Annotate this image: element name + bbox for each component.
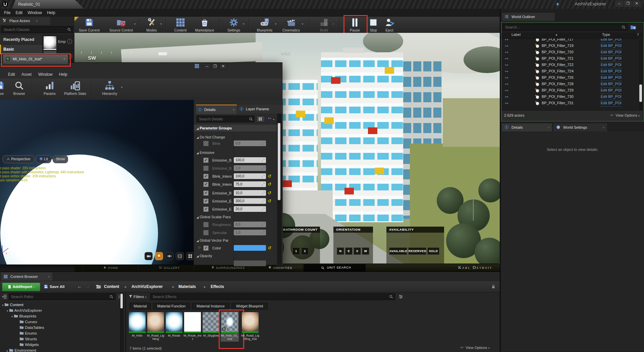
- tab-details[interactable]: Details ×: [196, 105, 237, 114]
- checkbox[interactable]: ✓: [203, 174, 209, 179]
- mat-toolbar-browse[interactable]: Browse: [9, 80, 29, 95]
- search-paths-input[interactable]: [9, 293, 115, 300]
- value-field[interactable]: 20,0: [234, 206, 266, 212]
- edit-blueprint-link[interactable]: Edit BP_POI: [601, 100, 622, 107]
- view-options-button[interactable]: View Options ▾: [460, 346, 490, 350]
- toolbar-save-current[interactable]: Save Current: [78, 18, 101, 33]
- outliner-search-input[interactable]: [503, 24, 628, 31]
- checkbox[interactable]: [203, 222, 209, 227]
- edit-blueprint-link[interactable]: Edit BP_POI: [601, 62, 622, 68]
- scrollbar-thumb[interactable]: [278, 123, 280, 200]
- filter-option-e[interactable]: E: [345, 247, 353, 255]
- toolbar-cinematics[interactable]: ▾ Cinematics: [279, 18, 303, 33]
- filter-option-n[interactable]: N: [337, 247, 344, 255]
- visibility-filter-button[interactable]: ▾: [267, 116, 277, 121]
- edit-blueprint-link[interactable]: Edit BP_POI: [601, 94, 622, 100]
- toolbar-pause[interactable]: Pause: [345, 18, 364, 33]
- tab-place-actors[interactable]: Place Actors ×: [0, 17, 50, 25]
- viewport-nav-grid-button[interactable]: [186, 252, 194, 260]
- category-basic[interactable]: Basic: [0, 45, 46, 54]
- window-close-button[interactable]: ✕: [219, 64, 227, 69]
- drag-handle-icon[interactable]: [262, 208, 265, 211]
- toolbar-marketplace[interactable]: Marketplace: [192, 18, 217, 33]
- tab-close-icon[interactable]: ×: [63, 55, 65, 63]
- reset-to-default-icon[interactable]: ↺: [268, 245, 271, 251]
- tree-item-environment[interactable]: ▸ Environment: [7, 348, 36, 352]
- edit-blueprint-link[interactable]: Edit BP_POI: [601, 49, 622, 56]
- filter-chip-material-instance[interactable]: Material Instance: [192, 303, 229, 309]
- param-group[interactable]: ◢ Global Vector Par: [197, 237, 275, 243]
- value-field[interactable]: 100,0: [234, 173, 266, 179]
- filter-chip-widget-blueprint[interactable]: Widget Blueprint: [231, 303, 268, 309]
- value-field[interactable]: 100,0: [234, 157, 266, 163]
- view-settings-icon[interactable]: [398, 294, 403, 299]
- save-all-button[interactable]: Save All: [44, 283, 64, 291]
- edit-blueprint-link[interactable]: Edit BP_POI: [601, 81, 622, 87]
- tree-item-datatables[interactable]: DataTables: [19, 325, 44, 331]
- breadcrumb-content[interactable]: Content: [104, 283, 119, 291]
- visibility-eye-icon[interactable]: [504, 69, 509, 73]
- checkbox[interactable]: [203, 141, 209, 146]
- drag-handle-icon[interactable]: [262, 183, 265, 186]
- asset-mi-holo-01-inst-selected[interactable]: ★ MI_Holo_01_Inst: [221, 311, 239, 342]
- asset-m-skyglow[interactable]: M_Skyglow: [202, 312, 220, 337]
- edit-blueprint-link[interactable]: Edit BP_POI: [601, 55, 622, 62]
- level-tab[interactable]: Realistic_01: [12, 0, 84, 9]
- outliner-row[interactable]: BP_POI_Filter_719Edit BP_POI: [501, 43, 640, 49]
- checkbox[interactable]: ✓: [203, 158, 209, 163]
- color-swatch[interactable]: [234, 245, 266, 251]
- lock-icon[interactable]: [491, 284, 496, 289]
- toolbar-modes[interactable]: ▾ Modes: [142, 18, 162, 33]
- drag-handle-icon[interactable]: [262, 223, 265, 226]
- tree-item-structs[interactable]: Structs: [19, 336, 37, 342]
- menu-edit[interactable]: Edit: [13, 9, 24, 17]
- menu-help[interactable]: Help: [45, 9, 57, 17]
- drag-handle-icon[interactable]: [262, 159, 265, 162]
- outliner-row[interactable]: BP_POI_Filter_726Edit BP_POI: [501, 74, 640, 81]
- value-field[interactable]: 300,0: [234, 198, 266, 204]
- outliner-row[interactable]: BP_POI_Filter_730Edit BP_POI: [501, 94, 640, 100]
- visibility-eye-icon[interactable]: [504, 44, 509, 48]
- filter-option-sold[interactable]: SOLD: [427, 247, 439, 255]
- visibility-eye-icon[interactable]: [504, 76, 509, 80]
- mat-toolbar-hierarchy[interactable]: ▾ Hierarchy: [98, 80, 121, 95]
- filter-option-w[interactable]: W: [362, 247, 369, 255]
- edit-blueprint-link[interactable]: Edit BP_POI: [601, 43, 622, 49]
- perspective-button[interactable]: Perspective: [2, 155, 35, 163]
- expander-icon[interactable]: ▷: [199, 246, 201, 249]
- toolbar-stop[interactable]: Stop: [366, 18, 381, 33]
- tab-close-icon[interactable]: ×: [233, 105, 235, 114]
- filter-chip-material[interactable]: Material: [129, 303, 151, 309]
- menu-help[interactable]: Help: [57, 70, 69, 78]
- value-field[interactable]: 1,0: [234, 230, 266, 235]
- param-group[interactable]: ◢ Emissive: [197, 150, 275, 156]
- param-group[interactable]: ◢ Global Scalar Para: [197, 214, 275, 220]
- breadcrumb-archvizexplorer[interactable]: ArchVizExplorer: [131, 283, 163, 291]
- add-import-button[interactable]: Add/Import ▾: [2, 283, 40, 291]
- drag-handle-icon[interactable]: [262, 199, 265, 202]
- window-maximize-button[interactable]: ❐: [211, 64, 219, 69]
- outliner-row[interactable]: BP_POI_Filter_717Edit BP_POI: [501, 39, 640, 43]
- visibility-eye-icon[interactable]: [504, 89, 509, 93]
- tab-close-icon[interactable]: ×: [548, 123, 550, 131]
- viewport-nav-orbit-button[interactable]: [165, 252, 173, 260]
- filters-button[interactable]: Filters ▾: [129, 293, 147, 300]
- scrollbar[interactable]: [119, 293, 124, 352]
- param-group[interactable]: ◢ Do Not Change: [197, 134, 275, 140]
- value-field[interactable]: 0,0: [234, 222, 266, 227]
- value-field[interactable]: 0,0: [234, 140, 266, 146]
- breadcrumb-materials[interactable]: Materials: [178, 283, 196, 291]
- tree-item-archvizexplorer[interactable]: ▾ ArchVizExplorer: [7, 308, 42, 313]
- asset-m-route-inst[interactable]: M_Route_Inst: [183, 312, 202, 341]
- value-field[interactable]: 10,0: [234, 190, 266, 196]
- visibility-eye-icon[interactable]: [504, 50, 509, 54]
- search-details-input[interactable]: [197, 116, 254, 122]
- drag-handle-icon[interactable]: [262, 231, 265, 234]
- toolbar-source-control[interactable]: ▾ Source Control: [107, 18, 136, 33]
- column-label[interactable]: Label: [512, 33, 521, 37]
- scrollbar[interactable]: [277, 113, 282, 266]
- scrollbar-thumb[interactable]: [639, 84, 642, 102]
- menu-window[interactable]: Window: [36, 70, 55, 78]
- tree-item-blueprints[interactable]: ▾ Blueprints: [11, 313, 37, 319]
- pane-divider[interactable]: [125, 292, 126, 352]
